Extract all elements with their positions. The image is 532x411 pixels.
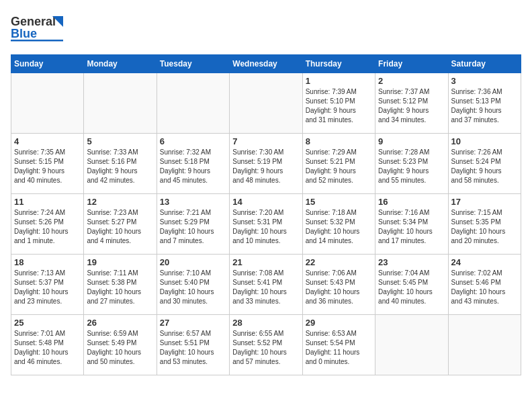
day-number: 23 — [378, 257, 445, 267]
day-number: 22 — [306, 257, 372, 267]
day-info: Sunrise: 7:29 AM Sunset: 5:21 PM Dayligh… — [306, 148, 372, 185]
day-number: 21 — [232, 257, 299, 267]
calendar-cell: 25Sunrise: 7:01 AM Sunset: 5:48 PM Dayli… — [11, 315, 84, 375]
day-info: Sunrise: 7:37 AM Sunset: 5:12 PM Dayligh… — [378, 87, 445, 125]
calendar-cell: 14Sunrise: 7:20 AM Sunset: 5:31 PM Dayli… — [230, 194, 302, 255]
column-header-sunday: Sunday — [11, 55, 84, 73]
day-info: Sunrise: 7:36 AM Sunset: 5:13 PM Dayligh… — [451, 87, 518, 125]
day-number: 18 — [14, 257, 81, 267]
day-number: 14 — [232, 197, 299, 207]
logo-svg: General Blue — [11, 11, 71, 48]
day-number: 10 — [451, 136, 518, 146]
calendar-cell: 13Sunrise: 7:21 AM Sunset: 5:29 PM Dayli… — [157, 194, 229, 255]
calendar-cell: 12Sunrise: 7:23 AM Sunset: 5:27 PM Dayli… — [84, 194, 157, 255]
day-info: Sunrise: 7:35 AM Sunset: 5:15 PM Dayligh… — [14, 148, 81, 185]
day-number: 15 — [306, 197, 372, 207]
calendar-cell: 23Sunrise: 7:04 AM Sunset: 5:45 PM Dayli… — [375, 255, 448, 315]
day-number: 5 — [87, 136, 153, 146]
day-number: 25 — [14, 318, 81, 328]
day-info: Sunrise: 7:08 AM Sunset: 5:41 PM Dayligh… — [232, 269, 299, 306]
calendar-cell: 16Sunrise: 7:16 AM Sunset: 5:34 PM Dayli… — [375, 194, 448, 255]
day-number: 8 — [306, 136, 372, 146]
day-number: 13 — [160, 197, 226, 207]
calendar-week-row: 18Sunrise: 7:13 AM Sunset: 5:37 PM Dayli… — [11, 255, 521, 315]
day-number: 26 — [87, 318, 153, 328]
calendar-header-row: SundayMondayTuesdayWednesdayThursdayFrid… — [11, 55, 521, 73]
calendar-week-row: 11Sunrise: 7:24 AM Sunset: 5:26 PM Dayli… — [11, 194, 521, 255]
day-info: Sunrise: 7:01 AM Sunset: 5:48 PM Dayligh… — [14, 329, 81, 367]
day-number: 7 — [232, 136, 299, 146]
day-number: 17 — [451, 197, 518, 207]
calendar-cell — [84, 73, 157, 134]
logo: General Blue — [11, 11, 71, 48]
calendar-cell — [11, 73, 84, 134]
column-header-saturday: Saturday — [448, 55, 521, 73]
day-number: 11 — [14, 197, 81, 207]
day-info: Sunrise: 7:06 AM Sunset: 5:43 PM Dayligh… — [306, 269, 372, 306]
day-number: 16 — [378, 197, 445, 207]
calendar-cell: 10Sunrise: 7:26 AM Sunset: 5:24 PM Dayli… — [448, 134, 521, 194]
day-info: Sunrise: 7:18 AM Sunset: 5:32 PM Dayligh… — [306, 208, 372, 246]
calendar-cell: 6Sunrise: 7:32 AM Sunset: 5:18 PM Daylig… — [157, 134, 229, 194]
day-number: 19 — [87, 257, 153, 267]
day-info: Sunrise: 7:10 AM Sunset: 5:40 PM Dayligh… — [160, 269, 226, 306]
day-number: 6 — [160, 136, 226, 146]
day-info: Sunrise: 7:16 AM Sunset: 5:34 PM Dayligh… — [378, 208, 445, 246]
day-info: Sunrise: 7:02 AM Sunset: 5:46 PM Dayligh… — [451, 269, 518, 306]
calendar-cell: 20Sunrise: 7:10 AM Sunset: 5:40 PM Dayli… — [157, 255, 229, 315]
calendar-cell: 21Sunrise: 7:08 AM Sunset: 5:41 PM Dayli… — [230, 255, 302, 315]
day-number: 20 — [160, 257, 226, 267]
day-info: Sunrise: 7:39 AM Sunset: 5:10 PM Dayligh… — [306, 87, 372, 125]
day-number: 27 — [160, 318, 226, 328]
day-number: 3 — [451, 76, 518, 86]
day-info: Sunrise: 7:20 AM Sunset: 5:31 PM Dayligh… — [232, 208, 299, 246]
calendar-cell — [448, 315, 521, 375]
calendar-cell: 3Sunrise: 7:36 AM Sunset: 5:13 PM Daylig… — [448, 73, 521, 134]
day-number: 9 — [378, 136, 445, 146]
day-info: Sunrise: 7:30 AM Sunset: 5:19 PM Dayligh… — [232, 148, 299, 185]
calendar-week-row: 1Sunrise: 7:39 AM Sunset: 5:10 PM Daylig… — [11, 73, 521, 134]
svg-text:Blue: Blue — [11, 27, 37, 40]
calendar-cell — [157, 73, 229, 134]
day-info: Sunrise: 7:11 AM Sunset: 5:38 PM Dayligh… — [87, 269, 153, 306]
calendar-cell: 29Sunrise: 6:53 AM Sunset: 5:54 PM Dayli… — [302, 315, 375, 375]
calendar-cell: 27Sunrise: 6:57 AM Sunset: 5:51 PM Dayli… — [157, 315, 229, 375]
day-info: Sunrise: 7:32 AM Sunset: 5:18 PM Dayligh… — [160, 148, 226, 185]
column-header-tuesday: Tuesday — [157, 55, 229, 73]
calendar-table: SundayMondayTuesdayWednesdayThursdayFrid… — [11, 54, 521, 375]
svg-text:General: General — [11, 15, 56, 28]
day-number: 2 — [378, 76, 445, 86]
calendar-cell: 1Sunrise: 7:39 AM Sunset: 5:10 PM Daylig… — [302, 73, 375, 134]
day-info: Sunrise: 7:24 AM Sunset: 5:26 PM Dayligh… — [14, 208, 81, 246]
day-info: Sunrise: 7:23 AM Sunset: 5:27 PM Dayligh… — [87, 208, 153, 246]
calendar-cell: 28Sunrise: 6:55 AM Sunset: 5:52 PM Dayli… — [230, 315, 302, 375]
day-info: Sunrise: 6:53 AM Sunset: 5:54 PM Dayligh… — [306, 329, 372, 367]
day-info: Sunrise: 7:26 AM Sunset: 5:24 PM Dayligh… — [451, 148, 518, 185]
day-number: 28 — [232, 318, 299, 328]
day-number: 1 — [306, 76, 372, 86]
calendar-week-row: 4Sunrise: 7:35 AM Sunset: 5:15 PM Daylig… — [11, 134, 521, 194]
column-header-friday: Friday — [375, 55, 448, 73]
svg-rect-3 — [11, 40, 63, 42]
calendar-cell: 19Sunrise: 7:11 AM Sunset: 5:38 PM Dayli… — [84, 255, 157, 315]
day-info: Sunrise: 7:21 AM Sunset: 5:29 PM Dayligh… — [160, 208, 226, 246]
calendar-cell: 2Sunrise: 7:37 AM Sunset: 5:12 PM Daylig… — [375, 73, 448, 134]
column-header-wednesday: Wednesday — [230, 55, 302, 73]
calendar-cell: 24Sunrise: 7:02 AM Sunset: 5:46 PM Dayli… — [448, 255, 521, 315]
day-info: Sunrise: 6:57 AM Sunset: 5:51 PM Dayligh… — [160, 329, 226, 367]
calendar-cell: 15Sunrise: 7:18 AM Sunset: 5:32 PM Dayli… — [302, 194, 375, 255]
calendar-cell: 9Sunrise: 7:28 AM Sunset: 5:23 PM Daylig… — [375, 134, 448, 194]
day-info: Sunrise: 7:13 AM Sunset: 5:37 PM Dayligh… — [14, 269, 81, 306]
day-info: Sunrise: 6:59 AM Sunset: 5:49 PM Dayligh… — [87, 329, 153, 367]
calendar-cell: 17Sunrise: 7:15 AM Sunset: 5:35 PM Dayli… — [448, 194, 521, 255]
calendar-cell: 4Sunrise: 7:35 AM Sunset: 5:15 PM Daylig… — [11, 134, 84, 194]
calendar-cell — [230, 73, 302, 134]
page-header: General Blue — [11, 11, 521, 48]
day-info: Sunrise: 7:15 AM Sunset: 5:35 PM Dayligh… — [451, 208, 518, 246]
column-header-monday: Monday — [84, 55, 157, 73]
calendar-cell: 18Sunrise: 7:13 AM Sunset: 5:37 PM Dayli… — [11, 255, 84, 315]
calendar-cell — [375, 315, 448, 375]
day-number: 4 — [14, 136, 81, 146]
calendar-week-row: 25Sunrise: 7:01 AM Sunset: 5:48 PM Dayli… — [11, 315, 521, 375]
day-number: 12 — [87, 197, 153, 207]
